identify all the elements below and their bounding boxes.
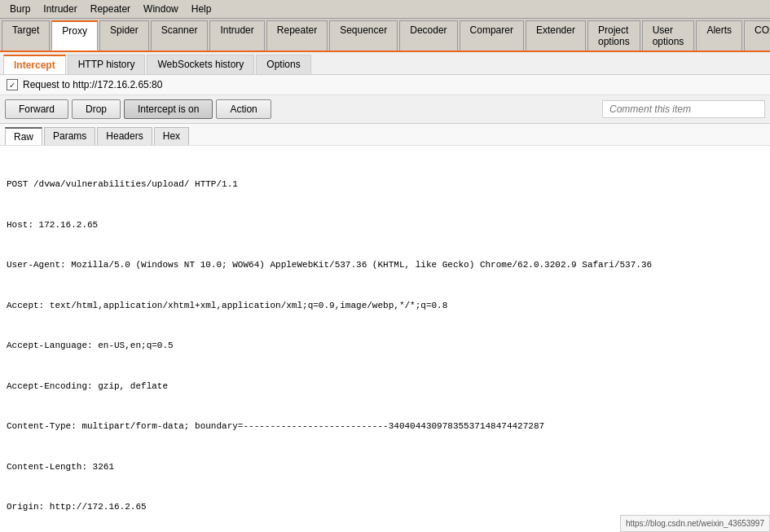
editor-tab-raw[interactable]: Raw — [5, 127, 42, 145]
status-url-bar: https://blog.csdn.net/weixin_43653997 — [620, 515, 770, 532]
tab-alerts[interactable]: Alerts — [696, 20, 742, 51]
drop-button[interactable]: Drop — [72, 99, 121, 119]
request-info-bar: ✓ Request to http://172.16.2.65:80 — [0, 75, 770, 95]
comment-input[interactable] — [602, 100, 765, 118]
menu-burp[interactable]: Burp — [3, 2, 37, 16]
action-toolbar: Forward Drop Intercept is on Action — [0, 95, 770, 124]
tab-repeater[interactable]: Repeater — [266, 20, 328, 51]
subtab-options[interactable]: Options — [256, 55, 310, 74]
tab-co2[interactable]: CO2 — [744, 20, 770, 51]
tab-spider[interactable]: Spider — [99, 20, 149, 51]
editor-tabs: Raw Params Headers Hex — [0, 124, 770, 146]
http-request-line-1: POST /dvwa/vulnerabilities/upload/ HTTP/… — [7, 178, 763, 191]
intercept-checkbox[interactable]: ✓ — [7, 79, 18, 90]
content-wrapper: POST /dvwa/vulnerabilities/upload/ HTTP/… — [0, 146, 770, 532]
http-request-line-2: Host: 172.16.2.65 — [7, 218, 763, 232]
http-request-line-5: Accept-Language: en-US,en;q=0.5 — [7, 339, 763, 353]
tab-comparer[interactable]: Comparer — [460, 20, 524, 51]
tab-decoder[interactable]: Decoder — [399, 20, 457, 51]
tab-scanner[interactable]: Scanner — [151, 20, 209, 51]
main-tabs: Target Proxy Spider Scanner Intruder Rep… — [0, 19, 770, 52]
menu-intruder[interactable]: Intruder — [37, 2, 83, 16]
http-content-editor[interactable]: POST /dvwa/vulnerabilities/upload/ HTTP/… — [0, 146, 770, 532]
intercept-toggle-button[interactable]: Intercept is on — [124, 99, 213, 119]
menu-repeater[interactable]: Repeater — [84, 2, 137, 16]
menubar: Burp Intruder Repeater Window Help — [0, 0, 770, 19]
main-layout: Burp Intruder Repeater Window Help Targe… — [0, 0, 770, 532]
forward-button[interactable]: Forward — [5, 99, 68, 119]
editor-tab-headers[interactable]: Headers — [97, 127, 152, 145]
tab-proxy[interactable]: Proxy — [51, 20, 98, 51]
menu-window[interactable]: Window — [137, 2, 185, 16]
tab-intruder[interactable]: Intruder — [209, 20, 264, 51]
editor-tab-hex[interactable]: Hex — [154, 127, 189, 145]
action-button[interactable]: Action — [216, 99, 271, 119]
tab-target[interactable]: Target — [2, 20, 50, 51]
tab-user-options[interactable]: User options — [642, 20, 695, 51]
http-request-line-3: User-Agent: Mozilla/5.0 (Windows NT 10.0… — [7, 258, 763, 272]
subtab-intercept[interactable]: Intercept — [3, 55, 66, 74]
http-request-line-8: Content-Length: 3261 — [7, 460, 763, 474]
tab-sequencer[interactable]: Sequencer — [329, 20, 398, 51]
tab-extender[interactable]: Extender — [526, 20, 586, 51]
tab-project-options[interactable]: Project options — [587, 20, 640, 51]
http-request-line-6: Accept-Encoding: gzip, deflate — [7, 380, 763, 394]
subtab-websockets-history[interactable]: WebSockets history — [147, 55, 254, 74]
menu-help[interactable]: Help — [185, 2, 218, 16]
sub-tabs: Intercept HTTP history WebSockets histor… — [0, 52, 770, 75]
subtab-http-history[interactable]: HTTP history — [68, 55, 146, 74]
http-request-line-9: Origin: http://172.16.2.65 — [7, 500, 763, 514]
checkmark-icon: ✓ — [9, 81, 15, 90]
http-request-line-4: Accept: text/html,application/xhtml+xml,… — [7, 299, 763, 313]
http-request-line-7: Content-Type: multipart/form-data; bound… — [7, 420, 763, 433]
request-target-label: Request to http://172.16.2.65:80 — [23, 79, 162, 90]
editor-tab-params[interactable]: Params — [44, 127, 95, 145]
